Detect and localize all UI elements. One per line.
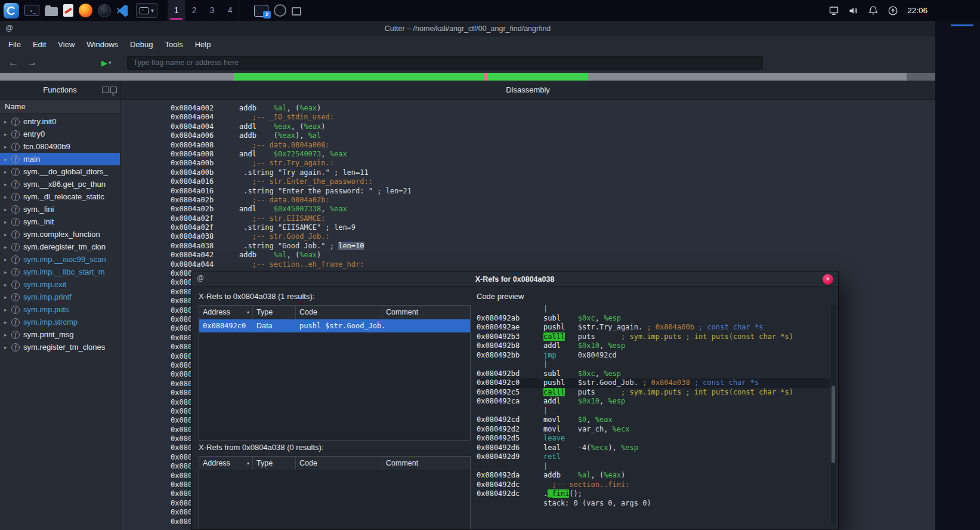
undock-icon[interactable] <box>102 87 109 93</box>
close-button[interactable]: × <box>823 274 833 285</box>
back-button[interactable]: ← <box>8 57 18 69</box>
expand-arrow-icon[interactable]: ▸ <box>4 119 11 125</box>
menu-help[interactable]: Help <box>189 36 217 53</box>
asm-line[interactable]: 0x080492c5calll puts ; sym.imp.puts ; in… <box>477 388 830 398</box>
window-list-terminal-icon[interactable]: 2 <box>254 5 268 17</box>
function-item[interactable]: ▸fentry0 <box>0 128 120 140</box>
expand-arrow-icon[interactable]: ▸ <box>4 344 11 350</box>
expand-arrow-icon[interactable]: ▸ <box>4 294 11 300</box>
asm-line[interactable]: 0x080492d9retl <box>477 452 830 462</box>
workspace-3[interactable]: 3 <box>203 0 221 21</box>
function-item[interactable]: ▸fsym.imp.puts <box>0 303 120 316</box>
asm-line[interactable]: 0x0804a044 ;-- section..eh_frame_hdr: <box>171 260 935 269</box>
asm-line[interactable]: 0x0804a00b ;-- str.Try_again.: <box>171 159 935 168</box>
menu-windows[interactable]: Windows <box>81 36 124 53</box>
file-manager-icon[interactable] <box>45 7 58 16</box>
asm-line[interactable]: 0x080492d5leave <box>477 434 830 443</box>
expand-arrow-icon[interactable]: ▸ <box>4 219 11 225</box>
function-item[interactable]: ▸fsym.__x86.get_pc_thun <box>0 178 120 190</box>
function-item[interactable]: ▸fsym.__do_global_dtors_ <box>0 165 120 178</box>
expand-arrow-icon[interactable]: ▸ <box>4 269 11 275</box>
expand-arrow-icon[interactable]: ▸ <box>4 169 11 175</box>
function-item[interactable]: ▸fsym.complex_function <box>0 228 120 241</box>
expand-arrow-icon[interactable]: ▸ <box>4 319 11 325</box>
column-header-address[interactable]: Address▴ <box>199 457 253 470</box>
asm-line[interactable]: stack: 0 (vars 0, args 0) <box>477 499 830 509</box>
scrollbar-thumb[interactable] <box>831 386 835 463</box>
asm-line[interactable]: 0x0804a02bandl $0x45007338, %eax <box>171 205 935 214</box>
terminal-selector-dropdown[interactable]: › ▾ <box>136 3 157 18</box>
function-item[interactable]: ▸fentry.init0 <box>0 115 120 128</box>
asm-line[interactable]: 0x0804a008 ;-- data.0804a008: <box>171 141 935 150</box>
expand-arrow-icon[interactable]: ▸ <box>4 156 11 162</box>
expand-arrow-icon[interactable]: ▸ <box>4 282 11 288</box>
asm-line[interactable]: 0x0804a00b .string "Try again." ; len=11 <box>171 168 935 177</box>
display-icon[interactable] <box>828 5 839 16</box>
menu-tools[interactable]: Tools <box>159 36 188 53</box>
cutter-launcher-icon[interactable] <box>4 3 19 19</box>
column-header-address[interactable]: Address▴ <box>199 306 253 319</box>
updates-icon[interactable] <box>888 5 898 16</box>
asm-line[interactable]: 0x080492d6leal -4(%ecx), %esp <box>477 443 830 453</box>
window-outline-icon[interactable] <box>292 7 301 16</box>
menu-file[interactable]: File <box>2 36 27 53</box>
workspace-2[interactable]: 2 <box>186 0 203 21</box>
omnibar-input[interactable] <box>127 56 763 70</box>
asm-line[interactable]: | <box>477 462 830 472</box>
asm-line[interactable]: 0x0804a002addb %al, (%eax) <box>171 104 935 113</box>
asm-line[interactable]: 0x0804a02b ;-- data.0804a02b: <box>171 196 935 205</box>
text-editor-icon[interactable] <box>63 4 73 17</box>
asm-line[interactable]: 0x0804a02f .string "EIISAMCE" ; len=9 <box>171 223 935 232</box>
asm-line[interactable]: 0x0804a004addl %eax, (%eax) <box>171 122 935 131</box>
asm-line[interactable]: 0x0804a042addb %al, (%eax) <box>171 251 935 260</box>
asm-line[interactable]: 0x080492bdsubl $0xc, %esp <box>477 369 830 379</box>
cutter-window-icon[interactable] <box>274 4 286 17</box>
app-sphere-icon[interactable] <box>98 4 111 17</box>
asm-line[interactable]: 0x080492caaddl $0x10, %esp <box>477 397 830 406</box>
function-item[interactable]: ▸ffcn.080490b9 <box>0 140 120 153</box>
function-item[interactable]: ▸fsym.print_msg <box>0 328 120 341</box>
asm-line[interactable]: 0x0804a008andl $0x72540073, %eax <box>171 150 935 159</box>
asm-line[interactable]: 0x080492dc._fini(); <box>477 489 830 499</box>
asm-line[interactable]: 0x080492absubl $0xc, %esp <box>477 314 830 323</box>
column-header-comment[interactable]: Comment <box>382 306 470 319</box>
function-item[interactable]: ▸fsym.imp.exit <box>0 278 120 291</box>
expand-arrow-icon[interactable]: ▸ <box>4 131 11 137</box>
menu-edit[interactable]: Edit <box>27 36 52 53</box>
expand-arrow-icon[interactable]: ▸ <box>4 207 11 212</box>
column-header-type[interactable]: Type <box>253 457 296 470</box>
workspace-4[interactable]: 4 <box>221 0 239 21</box>
dialog-titlebar[interactable]: @ X-Refs for 0x0804a038 × <box>191 272 838 286</box>
workspace-1[interactable]: 1 <box>168 0 186 21</box>
column-header-code[interactable]: Code <box>296 306 382 319</box>
asm-line[interactable]: 0x0804a016 .string "Enter the password: … <box>171 187 935 196</box>
terminal-icon[interactable]: ›_ <box>24 5 39 16</box>
forward-button[interactable]: → <box>27 57 37 69</box>
function-item[interactable]: ▸fsym.imp.__isoc99_scan <box>0 253 120 266</box>
function-item[interactable]: ▸fmain <box>0 153 120 165</box>
preview-scrollbar[interactable] <box>831 304 836 525</box>
window-titlebar[interactable]: @ Cutter – /home/kali/angr_ctf/00_angr_f… <box>0 21 935 36</box>
firefox-icon[interactable] <box>79 4 92 17</box>
asm-line[interactable]: 0x080492c0pushl $str.Good_Job. ; 0x804a0… <box>477 378 830 388</box>
asm-line[interactable]: | <box>477 360 830 369</box>
expand-arrow-icon[interactable]: ▸ <box>4 232 11 238</box>
expand-arrow-icon[interactable]: ▸ <box>4 257 11 263</box>
asm-line[interactable]: 0x0804a02f ;-- str.EIISAMCE: <box>171 214 935 223</box>
functions-column-header[interactable]: Name <box>0 100 120 113</box>
asm-line[interactable]: 0x080492d2movl var_ch, %ecx <box>477 425 830 435</box>
function-item[interactable]: ▸fsym.imp.strcmp <box>0 316 120 328</box>
volume-icon[interactable] <box>848 5 859 16</box>
menu-debug[interactable]: Debug <box>124 36 159 53</box>
debug-dropdown-icon[interactable]: ▾ <box>109 60 112 66</box>
function-item[interactable]: ▸fsym._init <box>0 215 120 228</box>
asm-line[interactable]: | <box>477 304 830 314</box>
expand-arrow-icon[interactable]: ▸ <box>4 181 11 187</box>
function-item[interactable]: ▸fsym.imp.__libc_start_m <box>0 266 120 278</box>
asm-line[interactable]: 0x0804a016 ;-- str.Enter_the_password:: <box>171 177 935 186</box>
expand-arrow-icon[interactable]: ▸ <box>4 194 11 200</box>
function-item[interactable]: ▸fsym.imp.printf <box>0 291 120 303</box>
expand-arrow-icon[interactable]: ▸ <box>4 332 11 338</box>
expand-arrow-icon[interactable]: ▸ <box>4 144 11 150</box>
function-item[interactable]: ▸fsym._fini <box>0 203 120 215</box>
